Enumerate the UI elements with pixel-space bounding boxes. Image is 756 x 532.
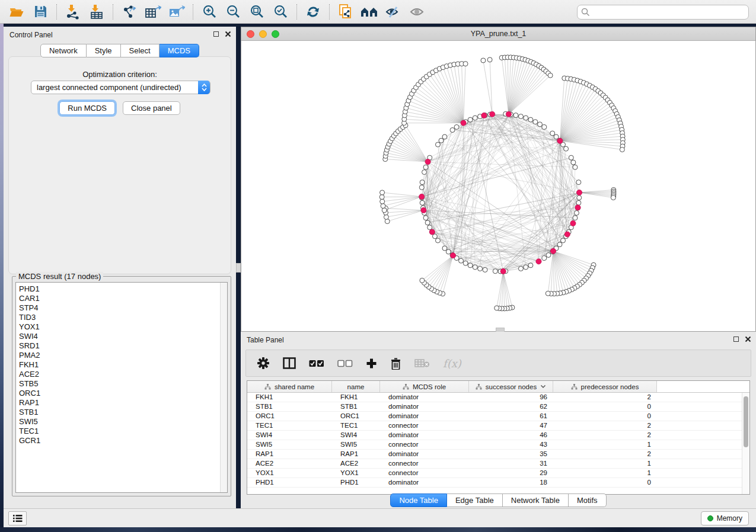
ring-node[interactable] xyxy=(573,216,578,220)
ring-node[interactable] xyxy=(542,124,547,129)
float-panel-icon[interactable] xyxy=(213,31,219,37)
ring-node[interactable] xyxy=(571,160,576,165)
ring-node[interactable] xyxy=(425,220,430,225)
mcds-hub-node[interactable] xyxy=(500,268,506,274)
mcds-result-item[interactable]: GCR1 xyxy=(19,436,227,446)
table-row-RAP1[interactable]: RAP1RAP1dominator352 xyxy=(247,450,749,459)
mcds-result-list[interactable]: PHD1CAR1STP4TID3YOX1SWI4SRD1PMA2FKH1ACE2… xyxy=(15,282,228,493)
column-header-successor-nodes[interactable]: successor nodes xyxy=(469,381,553,392)
mcds-hub-node[interactable] xyxy=(550,248,556,254)
tab-style[interactable]: Style xyxy=(87,44,121,57)
mcds-result-item[interactable]: SWI5 xyxy=(19,417,227,427)
leaf-node[interactable] xyxy=(382,208,387,213)
mcds-result-item[interactable]: SRD1 xyxy=(19,341,227,351)
table-row-YOX1[interactable]: YOX1YOX1connector291 xyxy=(247,469,749,478)
import-table-button[interactable] xyxy=(87,3,107,21)
leaf-node[interactable] xyxy=(379,195,384,200)
save-session-button[interactable] xyxy=(30,3,50,21)
zoom-out-button[interactable] xyxy=(223,3,243,21)
mcds-hub-node[interactable] xyxy=(506,111,511,117)
ring-node[interactable] xyxy=(554,134,559,139)
create-column-button[interactable] xyxy=(366,358,377,369)
leaf-node[interactable] xyxy=(385,219,390,224)
mcds-result-item[interactable]: RAP1 xyxy=(19,398,227,408)
ring-node[interactable] xyxy=(473,116,477,120)
table-row-SWI4[interactable]: SWI4SWI4dominator462 xyxy=(247,431,749,440)
zoom-fit-button[interactable] xyxy=(247,3,267,21)
table-row-ACE2[interactable]: ACE2ACE2connector311 xyxy=(247,459,749,469)
ring-node[interactable] xyxy=(538,122,543,127)
leaf-node[interactable] xyxy=(481,58,486,63)
ring-node[interactable] xyxy=(419,185,424,190)
ring-node[interactable] xyxy=(577,196,582,200)
ring-node[interactable] xyxy=(422,170,427,175)
node-table[interactable]: shared namenameMCDS rolesuccessor nodesp… xyxy=(247,380,750,495)
minimize-window-icon[interactable] xyxy=(259,30,267,38)
network-from-selection-button[interactable] xyxy=(336,3,356,21)
ring-node[interactable] xyxy=(442,134,447,139)
mcds-result-item[interactable]: YOX1 xyxy=(19,322,227,332)
leaf-node[interactable] xyxy=(384,214,388,219)
column-header-shared-name[interactable]: shared name xyxy=(247,381,332,392)
clear-selection-button[interactable] xyxy=(337,360,353,367)
tab-edge-table[interactable]: Edge Table xyxy=(447,493,503,507)
import-network-button[interactable] xyxy=(63,3,83,21)
export-network-button[interactable] xyxy=(119,3,139,21)
mcds-result-item[interactable]: STP4 xyxy=(19,303,227,313)
leaf-node[interactable] xyxy=(546,291,550,296)
leaf-node[interactable] xyxy=(611,196,615,200)
mcds-hub-node[interactable] xyxy=(564,232,570,237)
ring-node[interactable] xyxy=(518,114,523,119)
leaf-node[interactable] xyxy=(620,147,624,152)
delete-table-button[interactable] xyxy=(414,358,430,368)
search-input[interactable] xyxy=(577,5,749,20)
ring-node[interactable] xyxy=(576,200,581,205)
vertical-splitter-handle[interactable] xyxy=(236,263,241,273)
ring-node[interactable] xyxy=(435,142,440,147)
close-panel-icon[interactable] xyxy=(225,31,231,37)
mcds-hub-node[interactable] xyxy=(425,159,430,164)
mcds-result-item[interactable]: STB5 xyxy=(19,379,227,389)
mcds-list-scrollbar[interactable] xyxy=(220,283,227,492)
leaf-node[interactable] xyxy=(463,62,468,66)
leaf-node[interactable] xyxy=(548,73,553,78)
ring-node[interactable] xyxy=(576,180,581,185)
table-row-TEC1[interactable]: TEC1TEC1connector472 xyxy=(247,421,749,431)
ring-node[interactable] xyxy=(546,253,551,258)
ring-node[interactable] xyxy=(493,269,497,274)
first-neighbors-button[interactable] xyxy=(359,3,379,21)
memory-button[interactable]: Memory xyxy=(701,511,749,525)
ring-node[interactable] xyxy=(561,238,566,243)
zoom-selected-button[interactable] xyxy=(270,3,291,21)
delete-columns-button[interactable] xyxy=(390,357,401,370)
select-all-button[interactable] xyxy=(309,360,324,367)
ring-node[interactable] xyxy=(542,256,547,261)
ring-node[interactable] xyxy=(442,246,447,251)
mcds-hub-node[interactable] xyxy=(575,205,580,210)
mcds-hub-node[interactable] xyxy=(450,253,455,258)
ring-node[interactable] xyxy=(468,117,473,122)
network-canvas[interactable] xyxy=(241,41,755,331)
ring-node[interactable] xyxy=(528,263,533,268)
ring-node[interactable] xyxy=(420,200,425,205)
mcds-result-item[interactable]: SWI4 xyxy=(19,332,227,341)
ring-node[interactable] xyxy=(550,131,555,136)
network-window-titlebar[interactable]: YPA_prune.txt_1 xyxy=(241,27,755,41)
mcds-hub-node[interactable] xyxy=(429,229,435,235)
float-panel-icon[interactable] xyxy=(733,336,739,342)
tab-select[interactable]: Select xyxy=(121,44,160,57)
ring-node[interactable] xyxy=(420,180,425,185)
table-row-ORC1[interactable]: ORC1ORC1dominator610 xyxy=(247,412,749,421)
mcds-hub-node[interactable] xyxy=(536,259,541,264)
ring-node[interactable] xyxy=(557,242,562,247)
ring-node[interactable] xyxy=(518,266,523,271)
ring-node[interactable] xyxy=(450,127,455,132)
column-header-name[interactable]: name xyxy=(332,381,380,392)
mcds-hub-node[interactable] xyxy=(570,220,576,226)
mcds-result-item[interactable]: FKH1 xyxy=(19,360,227,370)
mcds-hub-node[interactable] xyxy=(557,138,563,143)
maximize-window-icon[interactable] xyxy=(272,30,279,38)
leaf-node[interactable] xyxy=(487,57,492,62)
hide-selection-button[interactable] xyxy=(383,3,403,21)
ring-node[interactable] xyxy=(483,267,487,272)
